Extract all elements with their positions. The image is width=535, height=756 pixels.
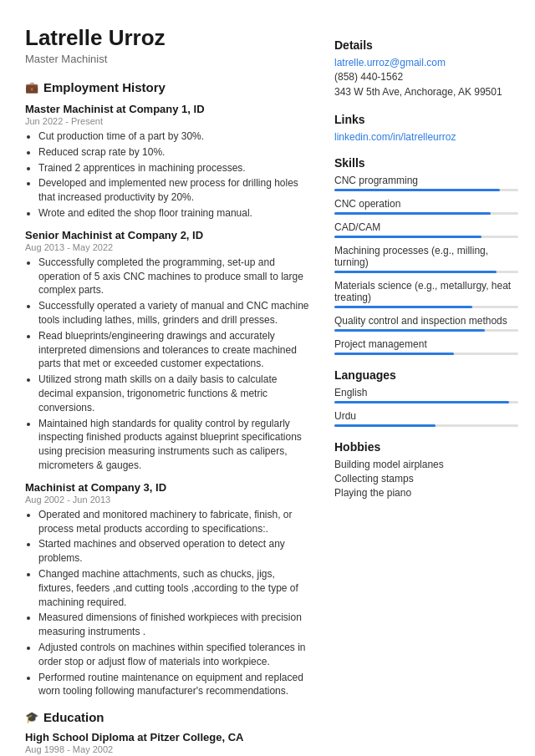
skill-1-name: CNC operation — [334, 198, 518, 210]
list-item: Successfully operated a variety of manua… — [38, 299, 309, 327]
job-3-bullets: Operated and monitored machinery to fabr… — [25, 508, 309, 698]
skill-4-bar-fill — [334, 306, 472, 308]
list-item: Wrote and edited the shop floor training… — [38, 206, 309, 221]
skill-3-bar-bg — [334, 271, 518, 273]
list-item: Utilized strong math skills on a daily b… — [38, 373, 309, 414]
skill-4-name: Materials science (e.g., metallurgy, hea… — [334, 280, 518, 303]
job-1-date: Jun 2022 - Present — [25, 116, 309, 126]
skill-6-bar-fill — [334, 353, 454, 355]
list-item: Measured dimensions of finished workpiec… — [38, 611, 309, 639]
skill-0-name: CNC programming — [334, 175, 518, 186]
lang-item-0: English — [334, 387, 518, 403]
list-item: Read blueprints/engineering drawings and… — [38, 329, 309, 371]
education-item-0: High School Diploma at Pitzer College, C… — [25, 731, 309, 756]
skill-2-bar-bg — [334, 236, 518, 238]
skill-3-bar-fill — [334, 271, 497, 273]
job-2: Senior Machinist at Company 2, ID Aug 20… — [25, 229, 309, 473]
skills-section: Skills CNC programming CNC operation CAD… — [334, 156, 518, 355]
lang-1-bar-fill — [334, 424, 436, 427]
links-section: Links linkedin.com/in/latrelleurroz — [334, 113, 518, 143]
skill-1-bar-bg — [334, 212, 518, 215]
lang-item-1: Urdu — [334, 410, 518, 427]
skill-6-name: Project management — [334, 338, 518, 350]
skill-item-0: CNC programming — [334, 175, 518, 191]
list-item: Maintained high standards for quality co… — [38, 417, 309, 473]
hobby-item-2: Playing the piano — [334, 487, 518, 499]
skill-6-bar-bg — [334, 353, 518, 355]
job-3-date: Aug 2002 - Jun 2013 — [25, 495, 309, 505]
hobby-item-0: Building model airplanes — [334, 459, 518, 470]
graduation-icon: 🎓 — [25, 711, 38, 723]
lang-0-name: English — [334, 387, 518, 398]
skill-2-bar-fill — [334, 236, 482, 238]
skill-1-bar-fill — [334, 212, 491, 215]
job-3: Machinist at Company 3, ID Aug 2002 - Ju… — [25, 481, 309, 698]
languages-section-title: Languages — [334, 368, 518, 382]
skill-item-3: Machining processes (e.g., milling, turn… — [334, 245, 518, 273]
list-item: Operated and monitored machinery to fabr… — [38, 508, 309, 536]
languages-section: Languages English Urdu — [334, 368, 518, 427]
phone-number: (858) 440-1562 — [334, 71, 518, 83]
hobbies-section: Hobbies Building model airplanes Collect… — [334, 440, 518, 499]
skill-0-bar-bg — [334, 189, 518, 191]
lang-0-bar-bg — [334, 401, 518, 403]
job-2-date: Aug 2013 - May 2022 — [25, 242, 309, 252]
lang-1-bar-bg — [334, 424, 518, 427]
skill-2-name: CAD/CAM — [334, 221, 518, 233]
skill-item-1: CNC operation — [334, 198, 518, 215]
skill-5-bar-fill — [334, 329, 485, 332]
education-section: 🎓 Education High School Diploma at Pitze… — [25, 710, 309, 756]
address: 343 W 5th Ave, Anchorage, AK 99501 — [334, 85, 518, 99]
edu-0-date: Aug 1998 - May 2002 — [25, 744, 309, 754]
job-1: Master Machinist at Company 1, ID Jun 20… — [25, 103, 309, 221]
job-2-title: Senior Machinist at Company 2, ID — [25, 229, 309, 241]
list-item: Performed routine maintenance on equipme… — [38, 671, 309, 699]
list-item: Adjusted controls on machines within spe… — [38, 641, 309, 669]
links-section-title: Links — [334, 113, 518, 126]
list-item: Successfully completed the programming, … — [38, 256, 309, 297]
list-item: Changed machine attachments, such as chu… — [38, 567, 309, 609]
list-item: Trained 2 apprentices in machining proce… — [38, 161, 309, 175]
education-section-title: 🎓 Education — [25, 710, 309, 724]
skill-item-4: Materials science (e.g., metallurgy, hea… — [334, 280, 518, 308]
hobbies-section-title: Hobbies — [334, 440, 518, 454]
list-item: Developed and implemented new process fo… — [38, 176, 309, 205]
job-title: Master Machinist — [25, 53, 309, 65]
details-section: Details latrelle.urroz@gmail.com (858) 4… — [334, 38, 518, 99]
skill-3-name: Machining processes (e.g., milling, turn… — [334, 245, 518, 268]
skill-5-bar-bg — [334, 329, 518, 332]
employment-section: 💼 Employment History Master Machinist at… — [25, 80, 309, 698]
skill-item-2: CAD/CAM — [334, 221, 518, 238]
job-1-title: Master Machinist at Company 1, ID — [25, 103, 309, 115]
skill-item-5: Quality control and inspection methods — [334, 315, 518, 332]
list-item: Reduced scrap rate by 10%. — [38, 145, 309, 160]
email-link[interactable]: latrelle.urroz@gmail.com — [334, 57, 518, 68]
skills-section-title: Skills — [334, 156, 518, 170]
edu-0-title: High School Diploma at Pitzer College, C… — [25, 731, 309, 743]
linkedin-link[interactable]: linkedin.com/in/latrelleurroz — [334, 131, 518, 143]
skill-0-bar-fill — [334, 189, 500, 191]
skill-4-bar-bg — [334, 306, 518, 308]
hobby-item-1: Collecting stamps — [334, 473, 518, 485]
briefcase-icon: 💼 — [25, 81, 38, 94]
lang-0-bar-fill — [334, 401, 509, 403]
lang-1-name: Urdu — [334, 410, 518, 422]
list-item: Cut production time of a part by 30%. — [38, 129, 309, 144]
job-2-bullets: Successfully completed the programming, … — [25, 256, 309, 473]
details-section-title: Details — [334, 38, 518, 52]
skill-item-6: Project management — [334, 338, 518, 355]
employment-section-title: 💼 Employment History — [25, 80, 309, 94]
full-name: Latrelle Urroz — [25, 25, 309, 51]
job-3-title: Machinist at Company 3, ID — [25, 481, 309, 494]
list-item: Started machines and observed operation … — [38, 537, 309, 566]
skill-5-name: Quality control and inspection methods — [334, 315, 518, 327]
job-1-bullets: Cut production time of a part by 30%. Re… — [25, 129, 309, 221]
